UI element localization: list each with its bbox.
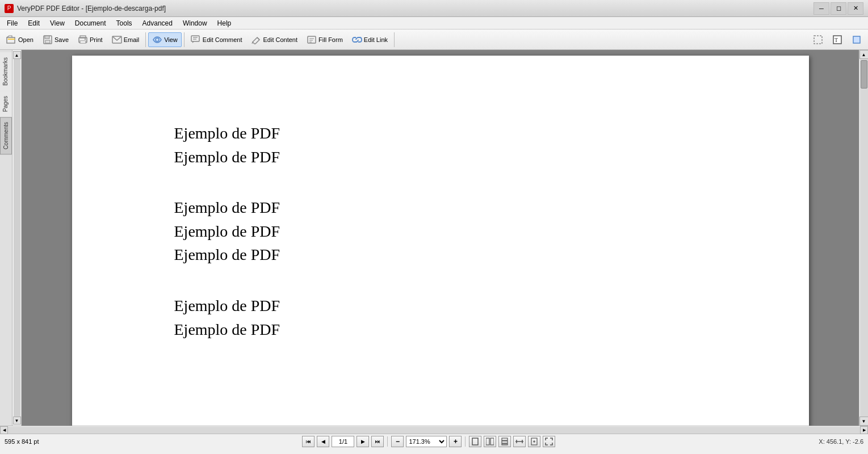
next-page-button[interactable]: ▶ — [357, 436, 369, 447]
menu-document[interactable]: Document — [70, 18, 111, 28]
email-label: Email — [124, 36, 140, 43]
view-label: View — [164, 36, 178, 43]
edit-comment-label: Edit Comment — [203, 36, 242, 43]
scroll-up-button[interactable]: ▲ — [859, 50, 869, 59]
view-sep — [465, 436, 466, 447]
close-button[interactable]: ✕ — [848, 2, 863, 15]
single-page-button[interactable] — [469, 436, 481, 447]
menu-file[interactable]: File — [2, 18, 22, 28]
page-number-input[interactable] — [332, 436, 354, 447]
select-icon — [813, 35, 823, 45]
svg-text:T: T — [835, 37, 838, 43]
edit-content-button[interactable]: Edit Content — [248, 32, 302, 47]
text-button[interactable]: T — [828, 32, 846, 47]
open-icon — [6, 35, 16, 45]
open-button[interactable]: Open — [2, 32, 37, 47]
window-title: VeryPDF PDF Editor - [Ejemplo-de-descarg… — [17, 5, 166, 12]
restore-button[interactable]: ◻ — [831, 2, 846, 15]
crop-button[interactable] — [848, 32, 866, 47]
svg-point-9 — [156, 38, 159, 41]
prev-page-button[interactable]: ◀ — [317, 436, 329, 447]
svg-rect-25 — [486, 438, 489, 445]
page-navigation: ⏮ ◀ ▶ ⏭ − 50% 75% 100% 125% 150% 171.3% … — [302, 436, 555, 447]
print-button[interactable]: Print — [74, 32, 107, 47]
select-button[interactable] — [809, 32, 827, 47]
pdf-line-spacer-1 — [174, 171, 707, 194]
svg-rect-27 — [502, 438, 508, 440]
edit-link-button[interactable]: Edit Link — [348, 32, 392, 47]
scroll-down-button[interactable]: ▼ — [859, 417, 869, 426]
svg-rect-24 — [472, 438, 478, 445]
menu-bar: File Edit View Document Tools Advanced W… — [0, 17, 868, 30]
horizontal-scroll-track[interactable] — [8, 427, 860, 434]
pdf-line-3: Ejemplo de PDF — [174, 198, 707, 217]
side-tabs-panel: Bookmarks Pages Comments — [0, 50, 12, 426]
horizontal-scrollbar: ◀ ▶ — [0, 426, 868, 434]
email-button[interactable]: Email — [108, 32, 144, 47]
pages-tab[interactable]: Pages — [0, 91, 12, 117]
title-bar: P VeryPDF PDF Editor - [Ejemplo-de-desca… — [0, 0, 868, 17]
first-page-button[interactable]: ⏮ — [302, 436, 315, 447]
nav-sep — [387, 436, 388, 447]
svg-line-15 — [252, 42, 253, 44]
comments-tab[interactable]: Comments — [0, 117, 12, 154]
vertical-scroll-track[interactable] — [860, 59, 868, 417]
crop-icon — [852, 35, 862, 45]
toolbar-sep-1 — [145, 32, 146, 47]
two-page-button[interactable] — [484, 436, 496, 447]
svg-rect-5 — [80, 36, 86, 38]
edit-comment-button[interactable]: Edit Comment — [187, 32, 246, 47]
minimize-button[interactable]: ─ — [814, 2, 829, 15]
email-icon — [112, 35, 122, 45]
pdf-canvas: Ejemplo de PDF Ejemplo de PDF Ejemplo de… — [22, 50, 859, 426]
menu-tools[interactable]: Tools — [112, 18, 137, 28]
main-area: Bookmarks Pages Comments ▲ ▼ Ejemplo de … — [0, 50, 868, 426]
last-page-button[interactable]: ⏭ — [371, 436, 384, 447]
open-label: Open — [18, 36, 33, 43]
edit-content-icon — [251, 35, 262, 45]
continuous-button[interactable] — [498, 436, 511, 447]
scroll-left-up[interactable]: ▲ — [13, 51, 21, 59]
svg-rect-7 — [85, 39, 86, 40]
pdf-line-2: Ejemplo de PDF — [174, 148, 707, 167]
edit-link-icon — [352, 35, 362, 45]
pdf-line-7: Ejemplo de PDF — [174, 320, 707, 339]
print-label: Print — [90, 36, 103, 43]
menu-window[interactable]: Window — [178, 18, 212, 28]
right-scrollbar: ▲ ▼ — [859, 50, 868, 426]
fill-form-icon — [307, 35, 317, 45]
view-icon — [152, 35, 162, 45]
print-icon — [78, 35, 88, 45]
zoom-in-button[interactable]: + — [449, 436, 462, 447]
scroll-right-button[interactable]: ▶ — [860, 426, 868, 434]
menu-help[interactable]: Help — [213, 18, 236, 28]
zoom-out-button[interactable]: − — [391, 436, 404, 447]
fullscreen-button[interactable] — [543, 436, 555, 447]
scroll-left-button[interactable]: ◀ — [0, 426, 8, 434]
svg-rect-23 — [853, 36, 860, 43]
svg-rect-3 — [45, 40, 50, 43]
menu-view[interactable]: View — [45, 18, 69, 28]
menu-edit[interactable]: Edit — [23, 18, 44, 28]
coordinates-display: X: 456.1, Y: -2.6 — [819, 438, 863, 445]
save-button[interactable]: Save — [39, 32, 73, 47]
fit-page-button[interactable] — [528, 436, 540, 447]
main-toolbar: Open Save Print Email View Edit Comment — [0, 30, 868, 50]
save-label: Save — [54, 36, 69, 43]
save-icon — [43, 35, 53, 45]
title-bar-left: P VeryPDF PDF Editor - [Ejemplo-de-desca… — [5, 4, 166, 13]
pdf-line-1: Ejemplo de PDF — [174, 124, 707, 143]
fill-form-button[interactable]: Fill Form — [303, 32, 347, 47]
svg-line-14 — [257, 37, 259, 40]
menu-advanced[interactable]: Advanced — [138, 18, 177, 28]
window-controls: ─ ◻ ✕ — [814, 2, 863, 15]
scroll-left-down[interactable]: ▼ — [13, 417, 21, 424]
toolbar-sep-3 — [394, 32, 395, 47]
bookmarks-tab[interactable]: Bookmarks — [0, 52, 12, 91]
svg-rect-29 — [502, 444, 508, 445]
vertical-scroll-thumb[interactable] — [861, 60, 867, 89]
fit-width-button[interactable] — [513, 436, 526, 447]
view-button[interactable]: View — [148, 32, 182, 47]
zoom-selector[interactable]: 50% 75% 100% 125% 150% 171.3% 200% 300% … — [406, 436, 447, 447]
svg-rect-26 — [490, 438, 494, 445]
